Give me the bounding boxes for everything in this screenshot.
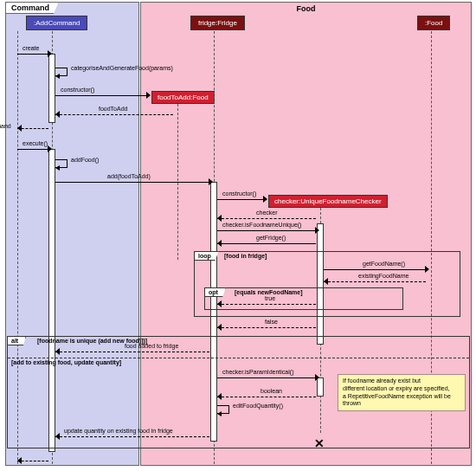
package-command-label: Command [11, 3, 49, 12]
participant-foodtoadd: foodToAdd:Food [151, 91, 215, 104]
msg-true: true [217, 297, 319, 306]
msg-return-fta-label: foodToAdd [99, 106, 127, 112]
participant-addcommand: :AddCommand [26, 16, 87, 30]
msg-isunique: checker.isFoodnameUnique() [217, 223, 319, 232]
msg-getfoodname-label: getFoodName() [363, 261, 405, 267]
destroy-icon: ✕ [314, 436, 325, 450]
package-command-header: Command [5, 2, 59, 14]
msg-getfridge-label: getFridge() [256, 235, 286, 241]
msg-existingname: existingFoodName [324, 274, 429, 283]
msg-true-label: true [265, 295, 275, 301]
fragment-loop-tab: loop [194, 251, 219, 261]
note: If foodname already exist but different … [338, 374, 466, 411]
msg-existingname-label: existingFoodName [358, 273, 408, 279]
participant-checker-label: checker:UniqueFoodnameChecker [274, 197, 382, 205]
participant-foodtoadd-label: foodToAdd:Food [158, 94, 209, 101]
msg-constructor-fta-label: constructor() [61, 87, 94, 93]
participant-fridge: fridge:Fridge [190, 16, 245, 30]
activation [48, 54, 55, 123]
participant-fridge-label: fridge:Fridge [198, 19, 237, 27]
msg-return-checker-label: checker [256, 210, 278, 216]
msg-false: false [217, 320, 319, 329]
fragment-opt-guard: [equals newFoodName] [235, 289, 303, 295]
msg-false-label: false [265, 319, 278, 325]
msg-constructor-fta: constructor() [55, 88, 151, 97]
msg-constructor-checker-label: constructor() [222, 190, 256, 197]
package-food-label: Food [297, 4, 316, 13]
msg-isunique-label: checker.isFoodnameUnique() [222, 222, 301, 228]
participant-addcommand-label: :AddCommand [34, 19, 80, 27]
msg-execute: execute() [17, 142, 52, 151]
sequence-diagram: Command Food :AddCommand fridge:Fridge :… [0, 0, 476, 471]
msg-return-bool: boolean [217, 390, 319, 398]
msg-updateqty: update quantity on existing food in frid… [55, 429, 213, 438]
participant-checker: checker:UniqueFoodnameChecker [268, 195, 388, 208]
participant-food-label: :Food [425, 19, 442, 27]
msg-catgen-label: categoriseAndGenerateFood(params) [71, 65, 173, 71]
note-line1: If foodname already exist but [343, 377, 460, 385]
msg-isparamidentical: checker.isParamIdentical() [217, 371, 319, 379]
msg-add: add(foodToAdd) [55, 175, 213, 184]
msg-addfood-label: addFood() [71, 157, 99, 163]
msg-return-checker: checker [217, 211, 319, 220]
fragment-alt-tab: alt [7, 336, 26, 345]
msg-addedtofridge-label: food added to fridge [125, 343, 178, 349]
msg-getfridge: getFridge() [217, 236, 319, 245]
msg-isparamidentical-label: checker.isParamIdentical() [222, 369, 293, 375]
msg-add-label: add(foodToAdd) [107, 173, 151, 179]
msg-create: create [17, 47, 52, 55]
msg-constructor-checker: constructor() [217, 192, 267, 201]
msg-final-return [17, 454, 52, 462]
msg-return-command: command [17, 121, 52, 130]
msg-return-bool-label: boolean [261, 388, 282, 394]
msg-getfoodname: getFoodName() [324, 262, 429, 271]
fragment-opt-tab: opt [204, 287, 226, 297]
note-line2: different location or expiry are specifi… [343, 385, 460, 393]
note-line3: a RepetitiveFoodName exception will be t… [343, 393, 460, 409]
participant-food: :Food [417, 16, 450, 30]
fragment-alt-separator [8, 358, 469, 358]
msg-return-fta: foodToAdd [55, 107, 177, 116]
msg-return-command-label: command [0, 123, 11, 129]
fragment-alt-guard2: [add to existing food, update quantity] [11, 359, 121, 365]
msg-updateqty-label: update quantity on existing food in frid… [64, 428, 173, 434]
msg-addedtofridge: food added to fridge [55, 345, 213, 353]
msg-execute-label: execute() [23, 140, 48, 146]
msg-editqty-label: editFoodQuantity() [233, 403, 283, 409]
fragment-loop-guard: [food in fridge] [224, 253, 267, 259]
msg-create-label: create [23, 45, 39, 51]
